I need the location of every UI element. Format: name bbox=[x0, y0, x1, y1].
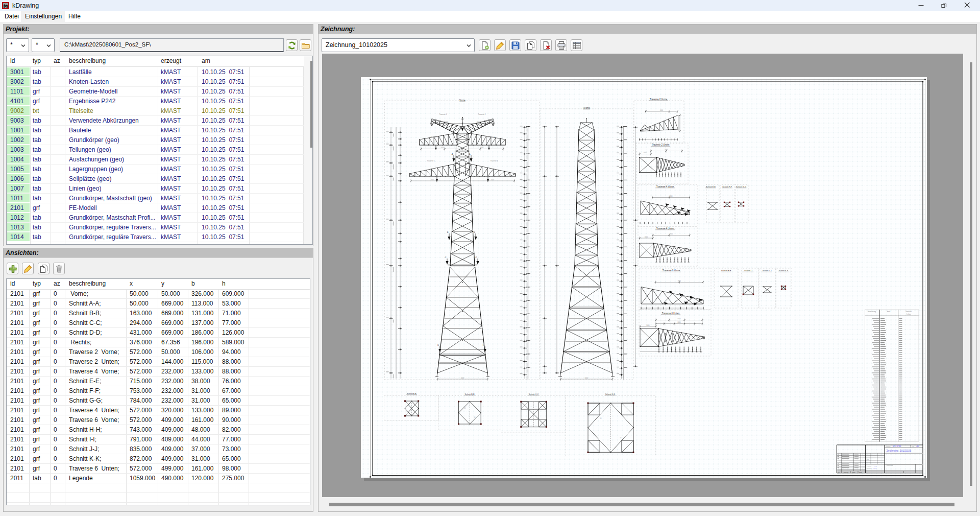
svg-text:Schnitt E-E: Schnitt E-E bbox=[706, 186, 716, 188]
svg-text:0000: 0000 bbox=[670, 195, 673, 197]
svg-text:0000: 0000 bbox=[585, 377, 588, 379]
svg-text:A: A bbox=[469, 153, 471, 155]
svg-text:Traverse 6: Traverse 6 bbox=[490, 160, 498, 162]
svg-text:Traverse 4: Traverse 4 bbox=[486, 136, 494, 138]
svg-text:Typ: Typ bbox=[867, 459, 869, 460]
svg-text:B: B bbox=[474, 231, 475, 233]
svg-text:0000: 0000 bbox=[670, 233, 673, 235]
svg-text:Müller: Müller bbox=[873, 467, 877, 469]
svg-text:Aufgest.: Aufgest. bbox=[867, 465, 871, 467]
svg-text:C: C bbox=[445, 256, 447, 259]
svg-text:Traverse 2: Traverse 2 bbox=[478, 113, 485, 115]
svg-text:0000: 0000 bbox=[477, 121, 480, 123]
svg-text:Bezeichnung: Bezeichnung bbox=[868, 311, 876, 313]
svg-text:Proj.: Proj. bbox=[867, 454, 869, 456]
svg-text:A0: A0 bbox=[916, 445, 919, 448]
svg-text:Blatt: Blatt bbox=[912, 445, 914, 447]
svg-text:4101: 4101 bbox=[871, 456, 874, 458]
svg-text:0000: 0000 bbox=[441, 147, 444, 149]
svg-text:Werkstoff: Werkstoff bbox=[905, 311, 912, 313]
svg-text:D: D bbox=[437, 344, 439, 346]
svg-text:l n lges: l n lges bbox=[906, 313, 911, 315]
svg-text:B: B bbox=[447, 231, 449, 233]
svg-text:Schnitt I-I: Schnitt I-I bbox=[744, 270, 752, 272]
svg-text:0000: 0000 bbox=[678, 318, 681, 320]
svg-text:Name: Name bbox=[859, 472, 863, 473]
svg-text:0000: 0000 bbox=[660, 109, 663, 111]
svg-text:D: D bbox=[483, 344, 484, 346]
svg-text:Traverse 4 Unten: Traverse 4 Unten bbox=[656, 227, 674, 230]
svg-text:Schnitt A-A: Schnitt A-A bbox=[407, 393, 416, 395]
svg-text:A: A bbox=[452, 153, 453, 155]
svg-text:0000: 0000 bbox=[647, 324, 650, 326]
svg-text:0000: 0000 bbox=[491, 179, 494, 181]
svg-text:Traverse 4 Vorne: Traverse 4 Vorne bbox=[656, 185, 674, 188]
svg-text:Traverse 5: Traverse 5 bbox=[427, 160, 434, 162]
svg-text:0000: 0000 bbox=[445, 121, 448, 123]
svg-text:Profil: Profil bbox=[887, 311, 891, 313]
svg-text:C: C bbox=[476, 256, 477, 259]
svg-text:Schnitt C-C: Schnitt C-C bbox=[529, 393, 539, 395]
svg-text:Maßstab: Maßstab bbox=[886, 445, 891, 447]
svg-text:Schnitt B-B: Schnitt B-B bbox=[465, 393, 475, 395]
svg-text:Pos.: Pos. bbox=[867, 456, 869, 458]
svg-text:0000: 0000 bbox=[665, 149, 668, 151]
svg-text:Traverse 2 Unten: Traverse 2 Unten bbox=[652, 144, 670, 146]
svg-text:Rechts: Rechts bbox=[583, 107, 591, 109]
svg-text:Traverse 2 Vorne: Traverse 2 Vorne bbox=[650, 98, 668, 101]
svg-text:Schnitt D-D: Schnitt D-D bbox=[605, 393, 616, 395]
svg-text:Vorne: Vorne bbox=[459, 99, 465, 102]
svg-text:0000: 0000 bbox=[645, 236, 648, 238]
svg-text:Ausgefertigt: Ausgefertigt bbox=[886, 465, 893, 466]
svg-text:0000: 0000 bbox=[678, 321, 681, 323]
svg-text:Änderung: Änderung bbox=[843, 472, 849, 473]
svg-text:Schnitt K-K: Schnitt K-K bbox=[779, 270, 789, 272]
svg-text:0000: 0000 bbox=[644, 152, 647, 154]
svg-text:Traverse 3: Traverse 3 bbox=[430, 136, 438, 138]
svg-text:0000: 0000 bbox=[461, 377, 464, 379]
svg-text:Traverse 6 Vorne: Traverse 6 Vorne bbox=[663, 269, 680, 272]
svg-text:Schnitt G-G: Schnitt G-G bbox=[736, 186, 746, 188]
svg-text:Zeichnung_10102025: Zeichnung_10102025 bbox=[887, 449, 912, 452]
svg-text:Datum: Datum bbox=[852, 472, 855, 473]
svg-text:Schnitt J-J: Schnitt J-J bbox=[763, 270, 772, 272]
svg-text:0000: 0000 bbox=[431, 179, 434, 181]
svg-text:kMB: kMB bbox=[874, 465, 877, 467]
svg-text:0000: 0000 bbox=[678, 280, 681, 282]
svg-text:Mastbau: Mastbau bbox=[867, 467, 872, 469]
svg-text:0000: 0000 bbox=[480, 147, 483, 149]
svg-text:Traverse 6 Unten: Traverse 6 Unten bbox=[662, 312, 680, 315]
svg-text:Traverse 1: Traverse 1 bbox=[439, 113, 447, 115]
svg-text:Schnitt F-F: Schnitt F-F bbox=[722, 186, 732, 188]
svg-text:Schnitt H-H: Schnitt H-H bbox=[721, 270, 731, 272]
svg-text:M 1:150: M 1:150 bbox=[893, 445, 901, 448]
